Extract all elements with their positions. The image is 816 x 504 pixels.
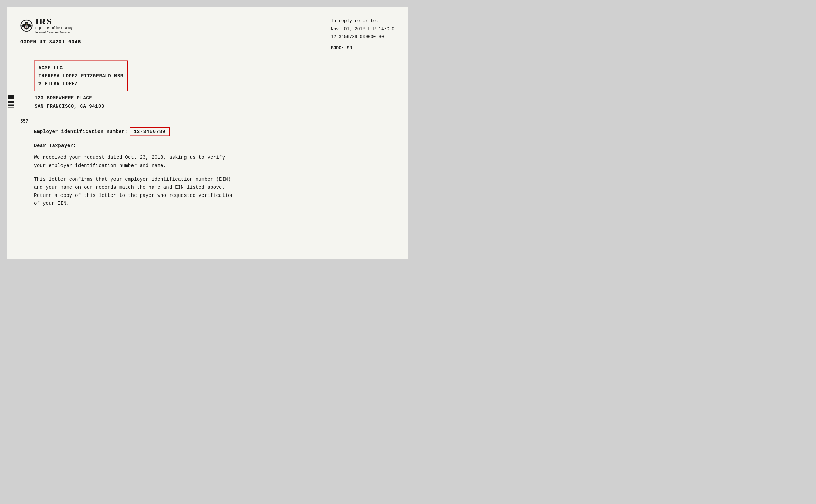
irs-dept-line1: Department of the Treasury xyxy=(35,26,73,30)
svg-point-4 xyxy=(26,23,28,24)
paragraph2: This letter confirms that your employer … xyxy=(34,175,388,207)
svg-rect-9 xyxy=(26,26,26,27)
date-ltr: Nov. 01, 2018 LTR 147C 0 xyxy=(331,25,394,33)
irs-eagle-icon xyxy=(20,20,33,32)
ein-decoration: —— xyxy=(175,129,181,134)
recipient-line3: % PILAR LOPEZ xyxy=(39,80,123,88)
paragraph1: We received your request dated Oct. 23, … xyxy=(34,154,388,170)
salutation: Dear Taxpayer: xyxy=(34,143,388,148)
recipient-address2: SAN FRANCISCO, CA 94103 xyxy=(34,102,394,110)
irs-text-block: IRS Department of the Treasury Internal … xyxy=(35,17,73,34)
header-left: IRS Department of the Treasury Internal … xyxy=(20,17,81,45)
recipient-address1: 123 SOMEWHERE PLACE xyxy=(34,94,394,102)
document-header: IRS Department of the Treasury Internal … xyxy=(20,17,394,52)
recipient-section: ACME LLC THERESA LOPEZ-FITZGERALD MBR % … xyxy=(20,61,394,110)
recipient-line1: ACME LLC xyxy=(39,64,123,72)
ein-value: 12-3456789 xyxy=(130,127,170,136)
ein-section: Employer identification number: 12-34567… xyxy=(20,127,394,136)
page-number: 557 xyxy=(20,119,394,124)
svg-rect-10 xyxy=(26,26,27,27)
header-right: In reply refer to: Nov. 01, 2018 LTR 147… xyxy=(331,17,394,52)
irs-acronym: IRS xyxy=(35,17,73,26)
sender-address: OGDEN UT 84201-0046 xyxy=(20,39,81,45)
ein-label: Employer identification number: xyxy=(34,129,128,134)
reply-label: In reply refer to: xyxy=(331,17,394,25)
barcode-marks xyxy=(8,95,14,108)
bodc-line: BODC: SB xyxy=(331,44,394,52)
ein-ref: 12-3456789 000000 00 xyxy=(331,33,394,41)
recipient-line2: THERESA LOPEZ-FITZGERALD MBR xyxy=(39,72,123,80)
body-section: Dear Taxpayer: We received your request … xyxy=(20,143,394,207)
irs-dept-line2: Internal Revenue Service xyxy=(35,30,73,35)
irs-logo-row: IRS Department of the Treasury Internal … xyxy=(20,17,81,34)
recipient-box: ACME LLC THERESA LOPEZ-FITZGERALD MBR % … xyxy=(34,61,128,91)
document-page: IRS Department of the Treasury Internal … xyxy=(7,7,408,259)
